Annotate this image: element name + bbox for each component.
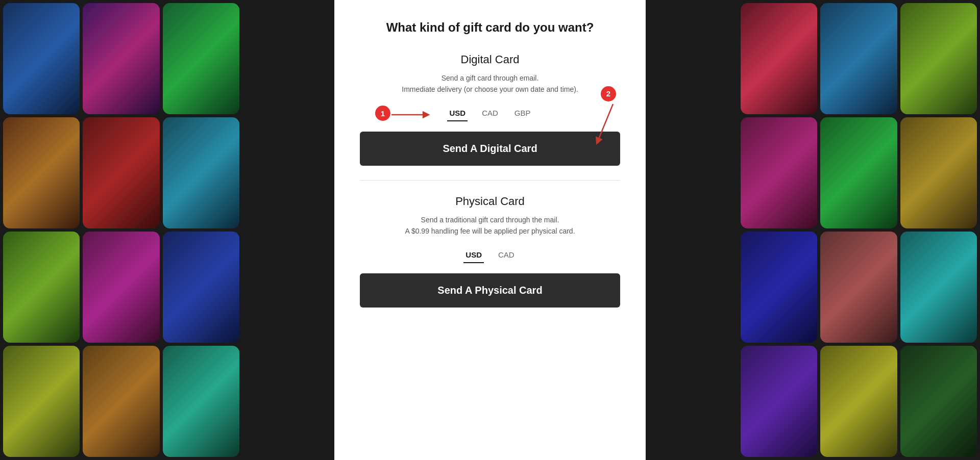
digital-tabs-row: 1 USD CAD bbox=[360, 106, 620, 121]
digital-tab-gbp[interactable]: GBP bbox=[512, 106, 533, 121]
page-title: What kind of gift card do you want? bbox=[360, 20, 620, 35]
physical-currency-tabs: USD CAD bbox=[360, 247, 620, 263]
arrow-1 bbox=[391, 109, 432, 121]
annotation-2: 2 bbox=[601, 86, 616, 101]
physical-tab-cad[interactable]: CAD bbox=[496, 247, 517, 263]
modal-overlay: What kind of gift card do you want? Digi… bbox=[0, 0, 980, 460]
digital-annotation-area: 1 USD CAD bbox=[360, 106, 620, 121]
digital-card-title: Digital Card bbox=[360, 53, 620, 66]
digital-tab-usd[interactable]: USD bbox=[447, 106, 468, 121]
digital-card-section: Digital Card Send a gift card through em… bbox=[360, 53, 620, 166]
section-divider bbox=[360, 180, 620, 181]
physical-tab-usd[interactable]: USD bbox=[463, 247, 484, 263]
digital-tab-cad[interactable]: CAD bbox=[480, 106, 500, 121]
physical-card-title: Physical Card bbox=[360, 195, 620, 208]
modal-container: What kind of gift card do you want? Digi… bbox=[334, 0, 646, 460]
annotation-1: 1 bbox=[375, 106, 390, 121]
send-physical-card-button[interactable]: Send A Physical Card bbox=[360, 273, 620, 308]
physical-card-section: Physical Card Send a traditional gift ca… bbox=[360, 195, 620, 308]
physical-card-desc: Send a traditional gift card through the… bbox=[360, 214, 620, 237]
digital-currency-tabs: USD CAD GBP bbox=[447, 106, 532, 121]
digital-card-desc: Send a gift card through email. Immediat… bbox=[360, 72, 620, 95]
send-digital-card-button[interactable]: Send A Digital Card bbox=[360, 132, 620, 166]
